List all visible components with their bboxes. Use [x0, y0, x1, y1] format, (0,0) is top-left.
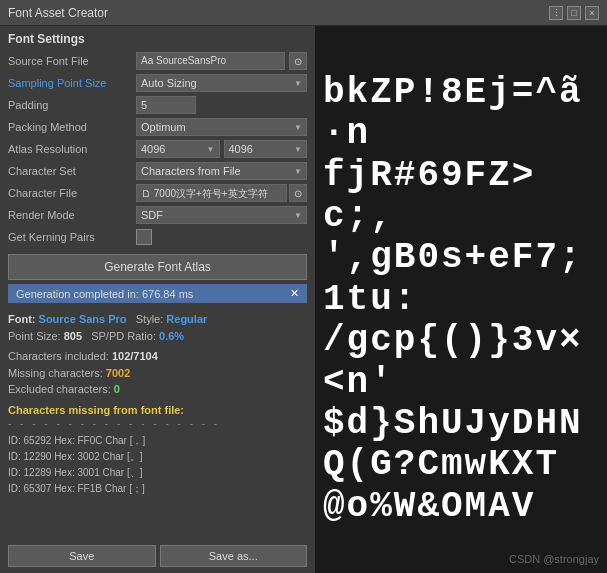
excluded-label: Excluded characters: [8, 383, 111, 395]
left-panel: Font Settings Source Font File Aa Source… [0, 26, 315, 573]
save-btn[interactable]: Save [8, 545, 156, 567]
source-font-label: Source Font File [8, 55, 136, 67]
style-value: Regular [166, 313, 207, 325]
missing-value: 7002 [106, 367, 130, 379]
kerning-label: Get Kerning Pairs [8, 231, 136, 243]
missing-label: Missing characters: [8, 367, 103, 379]
maximize-btn[interactable]: □ [567, 6, 581, 20]
generate-btn[interactable]: Generate Font Atlas [8, 254, 307, 280]
warning-header: Characters missing from font file: [8, 404, 307, 416]
included-line: Characters included: 102/7104 [8, 348, 307, 365]
atlas-h-arrow: ▼ [294, 145, 302, 154]
list-item: ID: 12290 Hex: 3002 Char [。] [8, 449, 307, 465]
source-font-row: Source Font File Aa SourceSansPro ⊙ [0, 50, 315, 72]
kerning-row: Get Kerning Pairs [0, 226, 315, 248]
pointsize-value: 805 [64, 330, 82, 342]
bottom-buttons: Save Save as... [0, 539, 315, 573]
pointsize-label: Point Size: [8, 330, 61, 342]
char-entries-list: ID: 65292 Hex: FF0C Char [，]ID: 12290 He… [8, 433, 307, 497]
charfile-field: 🗋 7000汉字+符号+英文字符 ⊙ [136, 184, 307, 202]
charfile-row: Character File 🗋 7000汉字+符号+英文字符 ⊙ [0, 182, 315, 204]
rendermode-row: Render Mode SDF ▼ [0, 204, 315, 226]
charfile-label: Character File [8, 187, 136, 199]
save-as-btn[interactable]: Save as... [160, 545, 308, 567]
sampling-dropdown[interactable]: Auto Sizing ▼ [136, 74, 307, 92]
charset-row: Character Set Characters from File ▼ [0, 160, 315, 182]
charset-arrow: ▼ [294, 167, 302, 176]
status-text: Generation completed in: 676.84 ms [16, 288, 193, 300]
rendermode-dropdown[interactable]: SDF ▼ [136, 206, 307, 224]
status-close-btn[interactable]: ✕ [290, 287, 299, 300]
atlas-width-dropdown[interactable]: 4096 ▼ [136, 140, 220, 158]
status-bar: Generation completed in: 676.84 ms ✕ [8, 284, 307, 303]
excluded-value: 0 [114, 383, 120, 395]
excluded-line: Excluded characters: 0 [8, 381, 307, 398]
font-preview: bkZP!8Ej=^ã·n fjR#69FZ>c;, ',gB0s+eF7;1t… [315, 26, 607, 573]
list-item: ID: 65292 Hex: FF0C Char [，] [8, 433, 307, 449]
font-name: Source Sans Pro [39, 313, 127, 325]
atlas-w-arrow: ▼ [207, 145, 215, 154]
packing-row: Packing Method Optimum ▼ [0, 116, 315, 138]
list-item: ID: 65307 Hex: FF1B Char [；] [8, 481, 307, 497]
font-asset-creator-window: Font Asset Creator ⋮ □ × Font Settings S… [0, 0, 607, 573]
packing-label: Packing Method [8, 121, 136, 133]
window-title: Font Asset Creator [8, 6, 108, 20]
style-label: Style: [136, 313, 164, 325]
packing-arrow: ▼ [294, 123, 302, 132]
font-label: Font: [8, 313, 35, 325]
atlas-row: Atlas Resolution 4096 ▼ 4096 ▼ [0, 138, 315, 160]
charfile-pick-btn[interactable]: ⊙ [289, 184, 307, 202]
divider: - - - - - - - - - - - - - - - - - - [8, 418, 307, 429]
menu-btn[interactable]: ⋮ [549, 6, 563, 20]
charset-label: Character Set [8, 165, 136, 177]
charfile-input[interactable]: 🗋 7000汉字+符号+英文字符 [136, 184, 287, 202]
padding-input[interactable]: 5 [136, 96, 196, 114]
missing-line: Missing characters: 7002 [8, 365, 307, 382]
ratio-label: SP/PD Ratio: [91, 330, 156, 342]
sampling-dropdown-arrow: ▼ [294, 79, 302, 88]
info-section: Font: Source Sans Pro Style: Regular Poi… [0, 307, 315, 539]
atlas-resolution-fields: 4096 ▼ 4096 ▼ [136, 140, 307, 158]
atlas-height-dropdown[interactable]: 4096 ▼ [224, 140, 308, 158]
atlas-label: Atlas Resolution [8, 143, 136, 155]
padding-label: Padding [8, 99, 136, 111]
included-value: 102/7104 [112, 350, 158, 362]
pointsize-info-line: Point Size: 805 SP/PD Ratio: 0.6% [8, 328, 307, 345]
font-info-line: Font: Source Sans Pro Style: Regular [8, 311, 307, 328]
source-font-pick-btn[interactable]: ⊙ [289, 52, 307, 70]
source-font-field: Aa SourceSansPro ⊙ [136, 52, 307, 70]
section-header: Font Settings [0, 26, 315, 50]
included-label: Characters included: [8, 350, 109, 362]
packing-dropdown[interactable]: Optimum ▼ [136, 118, 307, 136]
ratio-value: 0.6% [159, 330, 184, 342]
sampling-label: Sampling Point Size [8, 77, 136, 89]
right-panel: bkZP!8Ej=^ã·n fjR#69FZ>c;, ',gB0s+eF7;1t… [315, 26, 607, 573]
sampling-row: Sampling Point Size Auto Sizing ▼ [0, 72, 315, 94]
charset-dropdown[interactable]: Characters from File ▼ [136, 162, 307, 180]
title-bar: Font Asset Creator ⋮ □ × [0, 0, 607, 26]
watermark: CSDN @strongjay [509, 553, 599, 565]
source-font-value[interactable]: Aa SourceSansPro [136, 52, 285, 70]
padding-row: Padding 5 [0, 94, 315, 116]
window-controls: ⋮ □ × [549, 6, 599, 20]
list-item: ID: 12289 Hex: 3001 Char [、] [8, 465, 307, 481]
rendermode-arrow: ▼ [294, 211, 302, 220]
preview-text: bkZP!8Ej=^ã·n fjR#69FZ>c;, ',gB0s+eF7;1t… [315, 64, 607, 535]
rendermode-label: Render Mode [8, 209, 136, 221]
info-scroll-area: Font: Source Sans Pro Style: Regular Poi… [0, 307, 315, 539]
main-content: Font Settings Source Font File Aa Source… [0, 26, 607, 573]
close-btn[interactable]: × [585, 6, 599, 20]
kerning-checkbox[interactable] [136, 229, 152, 245]
